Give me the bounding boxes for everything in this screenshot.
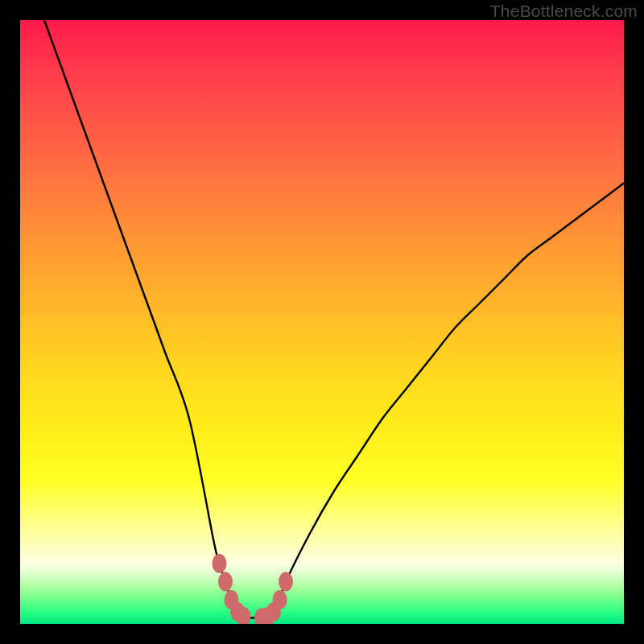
curve-marker xyxy=(273,590,287,609)
curve-marker xyxy=(213,554,227,573)
chart-frame: TheBottleneck.com xyxy=(0,0,644,644)
curve-marker xyxy=(279,572,293,592)
marker-group xyxy=(213,554,294,624)
plot-area xyxy=(20,20,624,624)
curve-layer xyxy=(20,20,624,624)
bottleneck-curve-path xyxy=(44,20,624,618)
watermark-text: TheBottleneck.com xyxy=(490,2,638,21)
curve-marker xyxy=(218,572,233,592)
